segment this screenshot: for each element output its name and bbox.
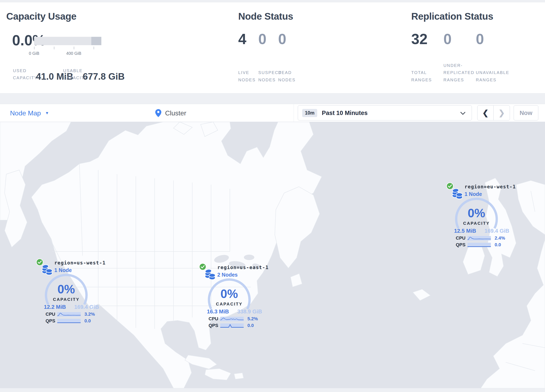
- node-status-title: Node Status: [238, 11, 293, 22]
- stat-label: UNAVAILABLE RANGES: [476, 69, 517, 83]
- stat-value: 32: [411, 31, 427, 47]
- region-label: region=us-east-1: [217, 265, 269, 270]
- region-label: region=us-west-1: [54, 260, 106, 266]
- stat-column: 32 TOTAL RANGES: [411, 31, 443, 83]
- stat-value: 4: [238, 31, 246, 47]
- stat-label: DEAD NODES: [278, 69, 297, 83]
- cpu-value: 5.2%: [248, 316, 258, 322]
- capacity-values: 12.5 MiB 169.4 GiB: [454, 228, 509, 234]
- stat-label: UNDER-REPLICATED RANGES: [443, 62, 477, 83]
- qps-sparkline: [57, 319, 81, 323]
- stat-value: 0: [476, 31, 484, 47]
- capacity-bar-tick: [74, 47, 74, 49]
- used-capacity-label: USED CAPACITY: [13, 67, 37, 81]
- cpu-row: CPU 5.2%: [209, 316, 258, 322]
- replication-status-panel: Replication Status 32 TOTAL RANGES 0 UND…: [411, 2, 545, 93]
- usable-capacity-value: 677.8 GiB: [83, 71, 125, 82]
- landmasses: [0, 122, 545, 388]
- sparkline-chart: [467, 243, 491, 247]
- time-window-select[interactable]: 10m Past 10 Minutes: [298, 105, 472, 120]
- prev-time-window-button[interactable]: ❮: [477, 106, 494, 120]
- used-capacity: 12.5 MiB: [454, 228, 476, 234]
- cpu-label: CPU: [209, 316, 220, 322]
- capacity-values: 16.3 MiB 338.9 GiB: [207, 308, 262, 315]
- sparkline-chart: [57, 319, 81, 323]
- capacity-bar-reserved-segment: [91, 37, 101, 45]
- gauge-capacity-label: CAPACITY: [463, 221, 490, 226]
- time-window-label: Past 10 Minutes: [322, 110, 368, 117]
- total-capacity: 169.4 GiB: [484, 228, 509, 234]
- replication-status-stats: 32 TOTAL RANGES 0 UNDER-REPLICATED RANGE…: [411, 31, 515, 83]
- capacity-bar: [34, 37, 101, 45]
- cpu-sparkline: [57, 312, 81, 317]
- breadcrumb-label: Cluster: [165, 109, 186, 117]
- gauge-capacity-label: CAPACITY: [216, 301, 242, 306]
- qps-label: QPS: [46, 318, 57, 324]
- caret-down-icon: ▼: [45, 111, 49, 115]
- qps-label: QPS: [209, 323, 220, 328]
- node-status-panel: Node Status 4 LIVE NODES 0 SUSPECT NODES…: [238, 2, 384, 93]
- capacity-gauge: 0% CAPACITY: [206, 276, 253, 311]
- qps-sparkline: [467, 243, 491, 247]
- view-mode-label: Node Map: [10, 109, 41, 117]
- total-capacity: 169.4 GiB: [74, 304, 99, 310]
- sparkline-chart: [467, 236, 491, 240]
- capacity-bar-tick: [34, 47, 34, 49]
- stat-column: 0 UNAVAILABLE RANGES: [476, 31, 515, 83]
- time-window-pager: ❮ ❯: [477, 105, 510, 120]
- cpu-sparkline: [220, 317, 244, 321]
- cpu-sparkline: [467, 236, 491, 240]
- cpu-row: CPU 3.2%: [46, 311, 95, 317]
- map-pin-icon: [155, 109, 161, 117]
- total-capacity: 338.9 GiB: [237, 308, 262, 315]
- capacity-values: 12.2 MiB 169.4 GiB: [44, 304, 99, 310]
- qps-sparkline: [220, 324, 244, 328]
- breadcrumb-cluster[interactable]: Cluster: [155, 104, 186, 122]
- used-capacity: 16.3 MiB: [207, 308, 229, 315]
- chevron-down-icon: [460, 112, 465, 115]
- world-map: [0, 122, 545, 388]
- node-map-page: Capacity Usage 0.0% 0 GiB400 GiB USED CA…: [0, 0, 545, 392]
- stat-value: 0: [278, 31, 286, 47]
- capacity-bar-tick-label: 400 GiB: [61, 51, 86, 56]
- replication-status-title: Replication Status: [411, 11, 493, 22]
- stat-label: TOTAL RANGES: [411, 69, 437, 83]
- cpu-label: CPU: [46, 311, 57, 317]
- cpu-value: 3.2%: [84, 311, 95, 317]
- gauge-percent: 0%: [220, 287, 238, 300]
- qps-value: 0.0: [495, 242, 501, 248]
- now-button[interactable]: Now: [514, 105, 538, 120]
- node-map[interactable]: region=us-west-1 1 Node 0% CAPACITY 12.2…: [0, 122, 545, 388]
- capacity-gauge: 0% CAPACITY: [453, 195, 500, 231]
- stat-value: 0: [443, 31, 452, 47]
- stat-label: LIVE NODES: [238, 69, 255, 83]
- gauge-capacity-label: CAPACITY: [53, 297, 79, 302]
- stat-label: SUSPECT NODES: [258, 69, 279, 83]
- qps-value: 0.0: [84, 318, 91, 324]
- qps-row: QPS 0.0: [456, 242, 501, 248]
- used-capacity: 12.2 MiB: [44, 304, 66, 310]
- stat-column: 4 LIVE NODES: [238, 31, 258, 83]
- qps-label: QPS: [456, 242, 467, 248]
- next-time-window-button[interactable]: ❯: [494, 106, 510, 120]
- stat-column: 0 SUSPECT NODES: [258, 31, 278, 83]
- cpu-value: 2.4%: [495, 235, 505, 241]
- node-status-stats: 4 LIVE NODES 0 SUSPECT NODES 0 DEAD NODE…: [238, 31, 307, 83]
- qps-value: 0.0: [248, 323, 254, 328]
- qps-row: QPS 0.0: [209, 323, 254, 328]
- gauge-percent: 0%: [468, 206, 485, 220]
- time-window-badge: 10m: [302, 109, 317, 117]
- sparkline-chart: [220, 317, 244, 321]
- qps-row: QPS 0.0: [46, 318, 91, 324]
- cluster-summary-bar: Capacity Usage 0.0% 0 GiB400 GiB USED CA…: [0, 2, 545, 93]
- region-label: region=eu-west-1: [464, 184, 516, 189]
- view-mode-dropdown[interactable]: Node Map ▼: [10, 104, 49, 122]
- stat-column: 0 DEAD NODES: [278, 31, 307, 83]
- stat-column: 0 UNDER-REPLICATED RANGES: [443, 31, 476, 83]
- capacity-usage-title: Capacity Usage: [6, 11, 76, 22]
- sparkline-chart: [220, 324, 244, 328]
- map-toolbar: Node Map ▼ Cluster 10m Past 10 Minutes ❮…: [0, 104, 545, 122]
- cpu-label: CPU: [456, 235, 467, 241]
- gauge-percent: 0%: [57, 282, 75, 296]
- capacity-gauge: 0% CAPACITY: [43, 271, 90, 307]
